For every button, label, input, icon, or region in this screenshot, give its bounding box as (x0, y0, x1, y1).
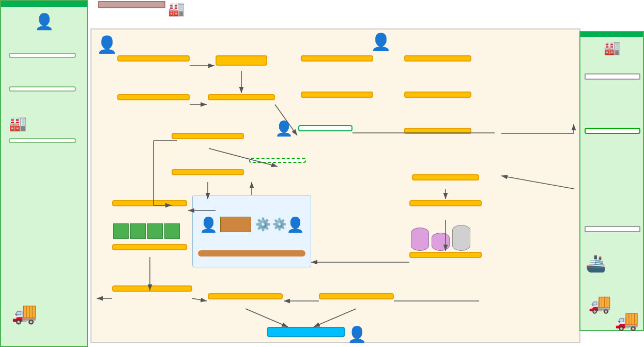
factory-header (98, 1, 165, 8)
material-prep-box[interactable] (585, 73, 640, 80)
forecast-box[interactable] (9, 53, 76, 58)
delivery-box[interactable] (9, 138, 76, 143)
conveyor-box (220, 217, 251, 232)
final-goods-storing-box[interactable] (112, 200, 187, 206)
material-cylinders (411, 225, 470, 251)
production-line-area: 👤 ⚙️ ⚙️ 👤 (192, 195, 311, 267)
forecast-control-box[interactable] (117, 55, 190, 62)
purchase-control-box[interactable] (208, 94, 275, 100)
customer-panel: 👤 🏭 🚚 (0, 0, 88, 347)
main-diagram: 🏭 👤 👤 (88, 0, 644, 347)
master-setting-box[interactable] (404, 55, 471, 62)
process-control-box[interactable] (172, 133, 244, 139)
factory-building-icon: 🏭 (168, 1, 185, 17)
inv-box4 (164, 223, 180, 239)
production-visual: 👤 ⚙️ ⚙️ 👤 (193, 199, 311, 250)
customer-truck-icon: 🚚 (11, 301, 37, 325)
worker-person1: 👤 (97, 35, 117, 54)
diagram-container: 👤 🏭 🚚 🏭 👤 (0, 0, 644, 347)
purchase-price-box[interactable] (301, 92, 373, 98)
output-report-box[interactable] (172, 169, 244, 175)
svg-line-16 (314, 309, 356, 327)
final-goods-picking-box[interactable] (112, 244, 187, 250)
cylinder3 (452, 225, 470, 251)
supplier-purchase-list-box[interactable] (585, 128, 640, 134)
material-shipping-box[interactable] (585, 226, 640, 232)
supplier-truck-icon: 🚚 (588, 293, 611, 314)
worker-person3: 👤 (275, 120, 293, 137)
sales-order-control-box[interactable] (117, 94, 190, 100)
shipping-control-box[interactable] (112, 285, 192, 292)
svg-line-15 (246, 309, 288, 327)
worker-right: 👤 (286, 216, 304, 233)
material-picking-box[interactable] (409, 252, 482, 258)
gear2-icon: ⚙️ (272, 218, 286, 231)
inv-box2 (130, 223, 146, 239)
sales-price-box[interactable] (301, 55, 373, 62)
inv-box3 (147, 223, 163, 239)
accounting-box[interactable] (267, 327, 345, 337)
conveyor-belt (198, 250, 305, 257)
gear-icon: ⚙️ (255, 217, 271, 232)
supplier-factory-icon: 🏭 (580, 40, 643, 56)
payment-management-box[interactable] (319, 293, 394, 299)
svg-line-13 (192, 298, 207, 301)
customer-factory-icon: 🏭 (9, 115, 27, 132)
bom-reg-box[interactable] (404, 128, 471, 134)
customer-person-icon: 👤 (1, 12, 87, 31)
material-receipt-box[interactable] (412, 174, 479, 180)
item-reg-box[interactable] (404, 92, 471, 98)
inventory-visual (113, 223, 180, 239)
sales-order-box[interactable] (9, 86, 76, 92)
ship-icon: 🚢 (586, 253, 606, 273)
accountant-icon: 👤 (347, 325, 366, 343)
purchase-list-box[interactable] (298, 125, 352, 131)
inv-box1 (113, 223, 129, 239)
work-instruction-box[interactable] (249, 158, 306, 163)
supplier-header (580, 32, 643, 37)
sales-management-box[interactable] (208, 293, 283, 299)
cylinder1 (411, 228, 429, 251)
right-truck-icon: 🚚 (615, 309, 639, 331)
worker-person2: 👤 (371, 32, 391, 52)
worker-left: 👤 (200, 216, 218, 233)
supplier-panel: 🏭 🚢 🚚 (579, 31, 644, 331)
cylinder2 (432, 233, 450, 251)
factory-area: 👤 👤 (90, 28, 580, 343)
customer-header (1, 1, 87, 7)
material-storing-box[interactable] (409, 200, 482, 206)
mrp-box[interactable] (216, 55, 267, 66)
